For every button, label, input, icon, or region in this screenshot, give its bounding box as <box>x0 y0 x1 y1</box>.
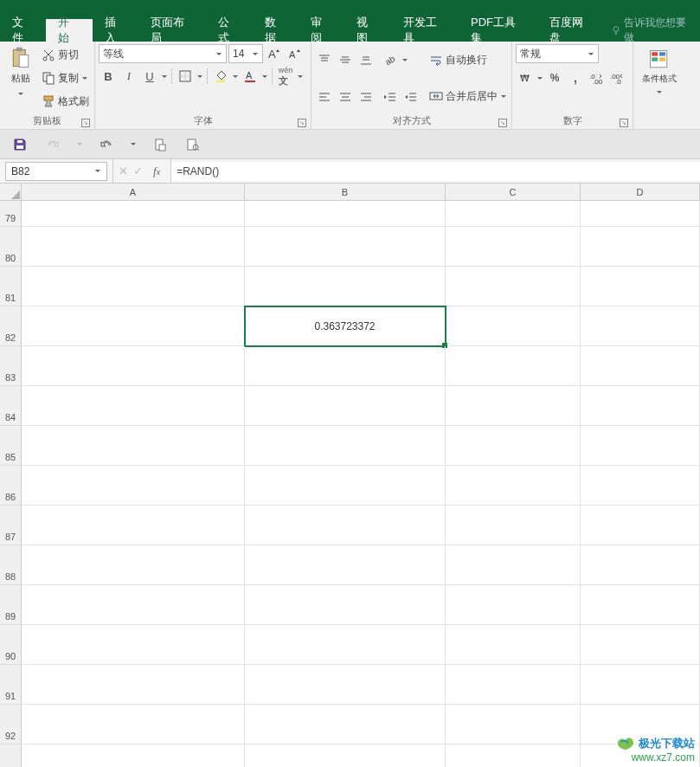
row-header-85[interactable]: 85 <box>0 426 22 466</box>
qat-doc-button[interactable] <box>151 135 170 154</box>
chevron-down-icon[interactable] <box>261 67 268 86</box>
tab-pdftools[interactable]: PDF工具集 <box>459 19 537 42</box>
row-header-83[interactable]: 83 <box>0 346 22 386</box>
cell-A85[interactable] <box>22 426 245 466</box>
cell-C93[interactable] <box>446 744 581 767</box>
cell-A91[interactable] <box>22 665 245 705</box>
tab-insert[interactable]: 插入 <box>93 19 138 42</box>
tab-baidu[interactable]: 百度网盘 <box>537 19 606 42</box>
cell-B83[interactable] <box>245 346 446 386</box>
cell-C83[interactable] <box>446 346 581 386</box>
increase-indent-button[interactable] <box>401 87 421 106</box>
redo-button[interactable] <box>43 135 62 154</box>
cell-A80[interactable] <box>22 227 245 267</box>
cell-C91[interactable] <box>446 665 581 705</box>
cell-B81[interactable] <box>245 267 446 306</box>
tell-me[interactable]: 告诉我您想要做 <box>606 19 700 42</box>
dialog-launcher-icon[interactable]: ↘ <box>298 119 306 127</box>
chevron-down-icon[interactable] <box>297 67 304 86</box>
save-button[interactable] <box>10 135 29 154</box>
copy-button[interactable]: 复制 <box>40 68 91 87</box>
chevron-down-icon[interactable] <box>76 135 83 154</box>
cell-A89[interactable] <box>22 585 245 625</box>
cell-C80[interactable] <box>446 227 581 267</box>
font-name-combo[interactable]: 等线 <box>99 44 227 63</box>
fill-color-button[interactable] <box>211 67 230 86</box>
cell-B82[interactable]: 0.363723372 <box>245 306 446 346</box>
align-right-button[interactable] <box>356 87 376 106</box>
align-middle-button[interactable] <box>336 50 355 69</box>
fx-icon[interactable]: fx <box>148 164 165 178</box>
cancel-formula-button[interactable]: ✕ <box>119 164 128 177</box>
cut-button[interactable]: 剪切 <box>40 46 91 65</box>
cell-B90[interactable] <box>245 625 446 665</box>
phonetic-button[interactable]: wén文 <box>276 67 295 86</box>
cell-C85[interactable] <box>446 426 581 466</box>
cell-B92[interactable] <box>245 705 446 744</box>
name-box[interactable]: B82 <box>5 162 107 181</box>
font-size-combo[interactable]: 14 <box>228 44 263 63</box>
cell-C90[interactable] <box>446 625 581 665</box>
cell-C88[interactable] <box>446 545 581 585</box>
undo-button[interactable] <box>97 135 116 154</box>
tab-data[interactable]: 数据 <box>253 19 299 42</box>
chevron-down-icon[interactable] <box>536 68 543 87</box>
cell-A84[interactable] <box>22 386 245 426</box>
cell-B89[interactable] <box>245 585 446 625</box>
cell-D79[interactable] <box>581 201 700 227</box>
tab-view[interactable]: 视图 <box>344 19 390 42</box>
chevron-down-icon[interactable] <box>232 67 239 86</box>
tab-devtools[interactable]: 开发工具 <box>391 19 459 42</box>
align-top-button[interactable] <box>315 50 334 69</box>
tab-formulas[interactable]: 公式 <box>206 19 252 42</box>
decrease-font-button[interactable]: A <box>286 44 305 63</box>
cell-D83[interactable] <box>581 346 700 386</box>
decrease-indent-button[interactable] <box>381 87 400 106</box>
cell-B79[interactable] <box>245 201 446 227</box>
align-center-button[interactable] <box>336 87 355 106</box>
increase-font-button[interactable]: A <box>265 44 284 63</box>
borders-button[interactable] <box>176 67 195 86</box>
cell-A88[interactable] <box>22 545 245 585</box>
cell-D82[interactable] <box>581 306 700 346</box>
cell-C92[interactable] <box>446 705 581 744</box>
cell-A87[interactable] <box>22 506 245 545</box>
qat-search-button[interactable] <box>183 135 202 154</box>
select-all-corner[interactable] <box>0 184 22 200</box>
cell-B91[interactable] <box>245 665 446 705</box>
align-bottom-button[interactable] <box>356 50 376 69</box>
cell-D91[interactable] <box>581 665 700 705</box>
row-header-79[interactable]: 79 <box>0 201 22 227</box>
column-header-D[interactable]: D <box>581 184 700 200</box>
cell-B88[interactable] <box>245 545 446 585</box>
font-color-button[interactable]: A <box>241 67 260 86</box>
cell-B87[interactable] <box>245 506 446 545</box>
number-format-combo[interactable]: 常规 <box>516 44 599 63</box>
row-header-90[interactable]: 90 <box>0 625 22 665</box>
cell-A81[interactable] <box>22 267 245 306</box>
comma-button[interactable]: , <box>566 68 585 87</box>
spreadsheet-grid[interactable]: A B C D 798081820.3637233728384858687888… <box>0 184 700 767</box>
row-header-91[interactable]: 91 <box>0 665 22 705</box>
cell-C84[interactable] <box>446 386 581 426</box>
dialog-launcher-icon[interactable]: ↘ <box>498 119 507 127</box>
cell-B80[interactable] <box>245 227 446 267</box>
row-header-87[interactable]: 87 <box>0 506 22 545</box>
cell-A86[interactable] <box>22 466 245 506</box>
cell-D80[interactable] <box>581 227 700 267</box>
cell-C79[interactable] <box>446 201 581 227</box>
increase-decimal-button[interactable]: .0.00 <box>587 68 606 87</box>
cell-C87[interactable] <box>446 506 581 545</box>
format-painter-button[interactable]: 格式刷 <box>40 92 91 111</box>
cell-A83[interactable] <box>22 346 245 386</box>
cell-D85[interactable] <box>581 426 700 466</box>
tab-file[interactable]: 文件 <box>0 19 46 42</box>
tab-home[interactable]: 开始 <box>46 19 92 42</box>
row-header-84[interactable]: 84 <box>0 386 22 426</box>
row-header-92[interactable]: 92 <box>0 705 22 744</box>
accounting-format-button[interactable]: ₩ <box>516 68 535 87</box>
cell-A93[interactable] <box>22 744 245 767</box>
dialog-launcher-icon[interactable]: ↘ <box>620 119 628 127</box>
chevron-down-icon[interactable] <box>196 67 203 86</box>
row-header-81[interactable]: 81 <box>0 267 22 306</box>
